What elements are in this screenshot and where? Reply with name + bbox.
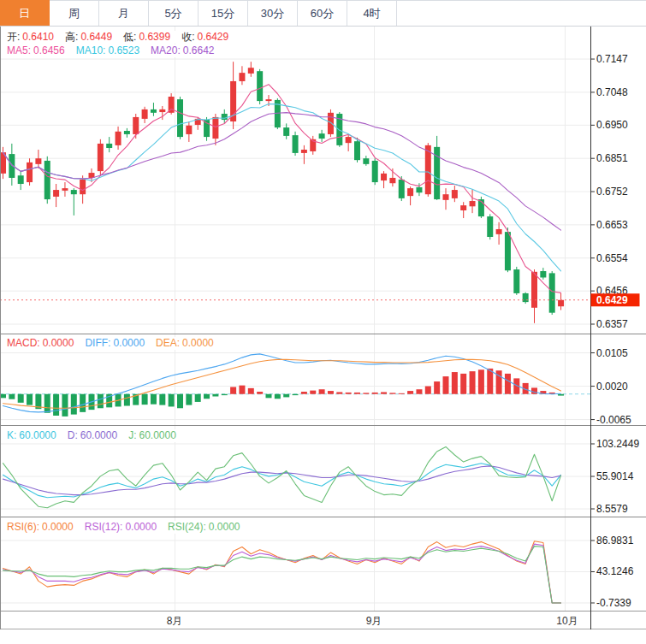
kdj-value: 60.0000 — [19, 429, 56, 442]
macd-histogram-bar — [18, 394, 24, 403]
candle-up — [443, 194, 449, 200]
chart-canvas[interactable]: 0.71470.70480.69500.68510.67520.66530.65… — [0, 27, 646, 629]
j-line — [3, 446, 561, 507]
tab-month[interactable]: 月 — [99, 0, 149, 26]
d-line — [3, 466, 561, 495]
candle-down — [222, 114, 228, 120]
macd-histogram-bar — [434, 381, 440, 394]
candle-down — [257, 71, 263, 101]
candle-down — [71, 190, 77, 194]
rsi-label: RSI(24): — [168, 521, 206, 534]
rsi-label: RSI(6): — [7, 521, 39, 534]
rsi24-line — [3, 547, 561, 603]
candle-down — [549, 273, 555, 312]
ohlc-value: 0.6429 — [197, 31, 228, 44]
macd-histogram-bar — [372, 393, 378, 394]
kdj-value: 60.0000 — [139, 429, 175, 442]
tab-week[interactable]: 周 — [50, 0, 99, 26]
y-axis-label: 103.2449 — [596, 438, 639, 450]
kdj-label: J: — [128, 429, 136, 442]
macd-histogram-bar — [177, 394, 183, 409]
candle-up — [266, 99, 272, 101]
ohlc-legend: 开:0.6410高:0.6449低:0.6399收:0.6429 — [3, 31, 232, 44]
tab-4hour[interactable]: 4时 — [347, 0, 397, 26]
candle-up — [80, 180, 86, 194]
macd-histogram-bar — [505, 374, 511, 394]
candle-up — [239, 73, 245, 81]
macd-histogram-bar — [319, 389, 325, 394]
candle-up — [142, 109, 148, 119]
candle-down — [204, 120, 210, 137]
y-axis-label: 0.6752 — [596, 186, 628, 198]
y-axis-label: 0.0020 — [596, 381, 628, 393]
macd-histogram-bar — [310, 391, 316, 394]
macd-histogram-bar — [301, 392, 307, 394]
macd-histogram-bar — [239, 386, 245, 394]
macd-histogram-bar — [354, 393, 360, 394]
y-axis-label: 0.6653 — [596, 219, 628, 231]
candle-up — [98, 144, 104, 171]
candle-up — [27, 162, 33, 182]
candle-down — [9, 154, 15, 178]
candle-down — [177, 99, 183, 137]
macd-histogram-bar — [44, 394, 50, 413]
y-axis-label: 0.6357 — [596, 318, 628, 330]
y-axis-label: 0.6554 — [596, 252, 628, 264]
macd-label: DEA: — [156, 337, 180, 350]
macd-histogram-bar — [71, 394, 77, 415]
macd-histogram-bar — [283, 394, 289, 398]
macd-histogram-bar — [478, 369, 484, 393]
candle-down — [293, 135, 299, 153]
rsi-value: 0.0000 — [42, 521, 74, 534]
rsi12-line — [3, 544, 561, 603]
ma-label: MA10: — [76, 44, 106, 57]
macd-histogram-bar — [230, 387, 236, 393]
tab-5min[interactable]: 5分 — [149, 0, 199, 26]
macd-label: MACD: — [7, 337, 40, 350]
candle-down — [416, 187, 422, 192]
candle-down — [505, 232, 511, 270]
macd-histogram-bar — [416, 389, 422, 394]
candle-down — [363, 158, 369, 164]
rsi-item: RSI(6):0.0000 — [7, 521, 74, 534]
current-price-badge-value: 0.6429 — [596, 294, 628, 306]
ohlc-item: 低:0.6399 — [123, 31, 170, 44]
candle-down — [399, 180, 405, 198]
tabbar-filler — [397, 0, 646, 26]
macd-histogram-bar — [266, 394, 272, 399]
candle-up — [389, 178, 395, 183]
kdj-item: K:60.0000 — [7, 429, 56, 442]
tab-30min[interactable]: 30分 — [248, 0, 298, 26]
macd-histogram-bar — [80, 394, 86, 412]
trading-chart-app: 日周月5分15分30分60分4时 0.71470.70480.69500.685… — [0, 0, 646, 644]
macd-histogram-bar — [452, 372, 458, 394]
candle-down — [124, 131, 130, 134]
macd-legend: MACD:0.0000DIFF:0.0000DEA:0.0000 — [3, 337, 217, 350]
macd-histogram-bar — [212, 394, 218, 397]
candle-down — [372, 161, 378, 182]
candle-up — [35, 158, 41, 164]
candle-up — [301, 150, 307, 153]
macd-histogram-bar — [204, 394, 210, 399]
macd-histogram-bar — [9, 394, 15, 399]
candle-up — [159, 109, 165, 112]
rsi-legend: RSI(6):0.0000RSI(12):0.0000RSI(24):0.000… — [3, 521, 244, 534]
dea-line — [3, 359, 561, 408]
candle-down — [151, 109, 157, 113]
candle-down — [319, 133, 325, 139]
kdj-legend: K:60.0000D:60.0000J:60.0000 — [3, 429, 180, 442]
kdj-item: J:60.0000 — [128, 429, 176, 442]
tab-15min[interactable]: 15分 — [199, 0, 248, 26]
macd-histogram-bar — [460, 374, 466, 394]
ohlc-item: 收:0.6429 — [181, 31, 228, 44]
y-axis-label: -0.7339 — [596, 597, 631, 609]
y-axis-label: 8.5579 — [596, 503, 628, 515]
tab-60min[interactable]: 60分 — [298, 0, 347, 26]
kdj-item: D:60.0000 — [68, 429, 117, 442]
candle-down — [44, 161, 50, 199]
tab-day[interactable]: 日 — [0, 0, 50, 26]
macd-histogram-bar — [151, 394, 157, 405]
x-axis-month-label: 9月 — [366, 615, 382, 627]
ohlc-label: 高: — [65, 31, 78, 44]
ma-item: MA10:0.6523 — [76, 44, 139, 57]
